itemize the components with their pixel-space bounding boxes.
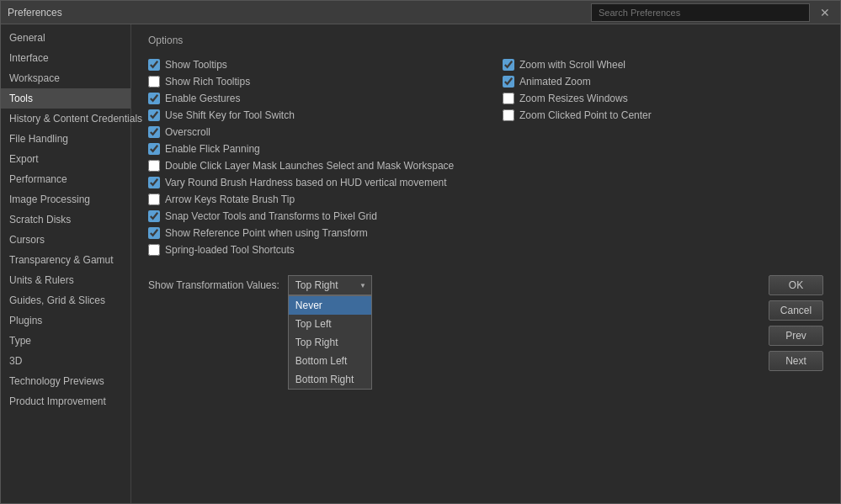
checkbox-left-11: Spring-loaded Tool Shortcuts xyxy=(148,241,469,258)
checkbox-right-3: Zoom Clicked Point to Center xyxy=(503,107,823,124)
action-buttons: OK Cancel Prev Next xyxy=(769,275,823,371)
checkbox-label-left-10: Show Reference Point when using Transfor… xyxy=(165,227,368,239)
checkbox-input-left-1[interactable] xyxy=(148,76,160,88)
checkbox-input-right-0[interactable] xyxy=(503,59,514,71)
checkbox-label-left-3: Use Shift Key for Tool Switch xyxy=(165,109,295,121)
checkbox-input-left-9[interactable] xyxy=(148,210,160,222)
preferences-window: Preferences ✕ GeneralInterfaceWorkspaceT… xyxy=(0,0,841,504)
checkbox-label-left-9: Snap Vector Tools and Transforms to Pixe… xyxy=(165,210,377,222)
checkbox-input-left-4[interactable] xyxy=(148,126,160,138)
bottom-area: Show Transformation Values: Top Right Ne… xyxy=(148,275,823,295)
prev-button[interactable]: Prev xyxy=(769,326,823,346)
cancel-button[interactable]: Cancel xyxy=(769,300,823,321)
sidebar-item-type[interactable]: Type xyxy=(1,331,130,351)
checkbox-input-left-0[interactable] xyxy=(148,59,160,71)
dropdown-item-2[interactable]: Top Right xyxy=(289,333,371,352)
sidebar-item-general[interactable]: General xyxy=(1,28,130,48)
checkbox-label-right-3: Zoom Clicked Point to Center xyxy=(519,109,652,121)
checkbox-label-left-4: Overscroll xyxy=(165,126,210,138)
sidebar-item-performance[interactable]: Performance xyxy=(1,169,130,189)
transformation-values-dropdown[interactable]: Top Right xyxy=(288,275,372,295)
sidebar-item-3d[interactable]: 3D xyxy=(1,351,130,371)
sidebar-item-interface[interactable]: Interface xyxy=(1,48,130,68)
dropdown-item-1[interactable]: Top Left xyxy=(289,315,371,333)
checkbox-input-right-2[interactable] xyxy=(503,93,514,104)
checkbox-input-left-10[interactable] xyxy=(148,227,160,239)
sidebar-item-history[interactable]: History & Content Credentials xyxy=(1,109,130,129)
main-panel: Options Show TooltipsShow Rich TooltipsE… xyxy=(131,24,840,503)
checkbox-label-left-2: Enable Gestures xyxy=(165,93,240,104)
checkbox-label-left-1: Show Rich Tooltips xyxy=(165,76,250,88)
transform-label: Show Transformation Values: xyxy=(148,279,279,291)
next-button[interactable]: Next xyxy=(769,351,823,371)
sidebar-item-workspace[interactable]: Workspace xyxy=(1,68,130,88)
options-grid: Show TooltipsShow Rich TooltipsEnable Ge… xyxy=(148,56,823,258)
dropdown-item-4[interactable]: Bottom Right xyxy=(289,370,371,389)
checkbox-right-0: Zoom with Scroll Wheel xyxy=(503,56,823,73)
checkbox-input-left-3[interactable] xyxy=(148,109,160,121)
sidebar-item-product-improvement[interactable]: Product Improvement xyxy=(1,391,130,411)
checkbox-label-right-0: Zoom with Scroll Wheel xyxy=(519,59,625,71)
checkbox-input-left-6[interactable] xyxy=(148,160,160,172)
checkbox-label-right-2: Zoom Resizes Windows xyxy=(519,93,628,104)
options-title: Options xyxy=(148,34,823,46)
sidebar: GeneralInterfaceWorkspaceToolsHistory & … xyxy=(1,24,131,503)
sidebar-item-cursors[interactable]: Cursors xyxy=(1,230,130,250)
sidebar-item-export[interactable]: Export xyxy=(1,149,130,169)
checkbox-left-6: Double Click Layer Mask Launches Select … xyxy=(148,157,469,174)
right-column: Zoom with Scroll WheelAnimated ZoomZoom … xyxy=(503,56,823,258)
checkbox-input-left-11[interactable] xyxy=(148,244,160,256)
sidebar-item-transparency[interactable]: Transparency & Gamut xyxy=(1,250,130,270)
checkbox-right-1: Animated Zoom xyxy=(503,73,823,90)
checkbox-left-10: Show Reference Point when using Transfor… xyxy=(148,225,469,241)
sidebar-item-file-handling[interactable]: File Handling xyxy=(1,129,130,149)
checkbox-left-2: Enable Gestures xyxy=(148,90,469,107)
left-column: Show TooltipsShow Rich TooltipsEnable Ge… xyxy=(148,56,469,258)
sidebar-item-tech-previews[interactable]: Technology Previews xyxy=(1,371,130,391)
checkbox-left-1: Show Rich Tooltips xyxy=(148,73,469,90)
checkbox-left-4: Overscroll xyxy=(148,124,469,141)
dropdown-wrapper: Top Right NeverTop LeftTop RightBottom L… xyxy=(288,275,372,295)
sidebar-item-units[interactable]: Units & Rulers xyxy=(1,270,130,290)
titlebar: Preferences ✕ xyxy=(1,1,840,24)
checkbox-input-right-1[interactable] xyxy=(503,76,514,88)
checkbox-label-right-1: Animated Zoom xyxy=(519,76,591,88)
sidebar-item-plugins[interactable]: Plugins xyxy=(1,310,130,331)
dropdown-item-3[interactable]: Bottom Left xyxy=(289,352,371,370)
titlebar-right: ✕ xyxy=(591,3,833,22)
sidebar-item-guides[interactable]: Guides, Grid & Slices xyxy=(1,290,130,310)
checkbox-input-right-3[interactable] xyxy=(503,109,514,121)
dropdown-menu: NeverTop LeftTop RightBottom LeftBottom … xyxy=(288,295,372,390)
checkbox-label-left-7: Vary Round Brush Hardness based on HUD v… xyxy=(165,177,447,188)
checkbox-input-left-7[interactable] xyxy=(148,177,160,188)
checkbox-right-2: Zoom Resizes Windows xyxy=(503,90,823,107)
checkbox-left-9: Snap Vector Tools and Transforms to Pixe… xyxy=(148,208,469,225)
search-input[interactable] xyxy=(591,3,810,22)
checkbox-input-left-8[interactable] xyxy=(148,194,160,205)
sidebar-item-scratch-disks[interactable]: Scratch Disks xyxy=(1,210,130,230)
dropdown-item-0[interactable]: Never xyxy=(289,296,371,315)
checkbox-left-0: Show Tooltips xyxy=(148,56,469,73)
checkbox-left-8: Arrow Keys Rotate Brush Tip xyxy=(148,191,469,208)
checkbox-label-left-11: Spring-loaded Tool Shortcuts xyxy=(165,244,295,256)
checkbox-left-7: Vary Round Brush Hardness based on HUD v… xyxy=(148,174,469,191)
ok-button[interactable]: OK xyxy=(769,275,823,295)
checkbox-left-3: Use Shift Key for Tool Switch xyxy=(148,107,469,124)
checkbox-label-left-5: Enable Flick Panning xyxy=(165,143,260,155)
checkbox-label-left-8: Arrow Keys Rotate Brush Tip xyxy=(165,194,295,205)
sidebar-item-tools[interactable]: Tools xyxy=(1,88,130,109)
checkbox-label-left-6: Double Click Layer Mask Launches Select … xyxy=(165,160,454,172)
checkbox-input-left-5[interactable] xyxy=(148,143,160,155)
checkbox-left-5: Enable Flick Panning xyxy=(148,141,469,157)
checkbox-label-left-0: Show Tooltips xyxy=(165,59,227,71)
close-button[interactable]: ✕ xyxy=(817,4,833,21)
sidebar-item-image-processing[interactable]: Image Processing xyxy=(1,189,130,210)
checkbox-input-left-2[interactable] xyxy=(148,93,160,104)
content-area: GeneralInterfaceWorkspaceToolsHistory & … xyxy=(1,24,840,503)
window-title: Preferences xyxy=(8,7,62,19)
